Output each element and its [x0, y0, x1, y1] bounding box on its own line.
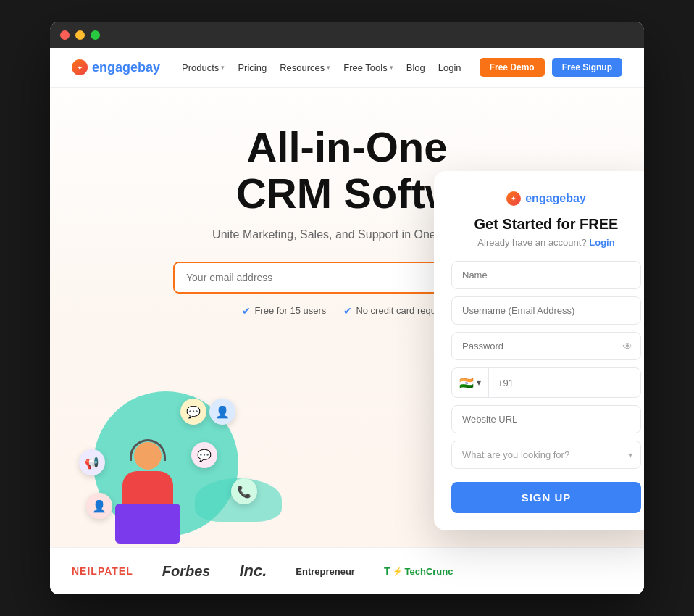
- card-logo-text: engagebay: [525, 192, 586, 205]
- logo-icon: ✦: [72, 59, 88, 75]
- looking-for-wrap: What are you looking for? ▾: [451, 441, 641, 469]
- navbar: ✦ engagebay Products ▾ Pricing Resources: [50, 48, 644, 88]
- password-field[interactable]: [451, 332, 641, 360]
- signup-button[interactable]: SIGN UP: [451, 482, 641, 513]
- nav-actions: Free Demo Free Signup: [480, 58, 622, 77]
- looking-for-select[interactable]: What are you looking for?: [451, 441, 641, 469]
- browser-window: ✦ engagebay Products ▾ Pricing Resources: [50, 22, 644, 594]
- card-subtitle: Already have an account? Login: [451, 237, 641, 248]
- brand-techcrunch: T ⚡ TechCrunc: [384, 565, 453, 577]
- card-title: Get Started for FREE: [451, 216, 641, 233]
- nav-resources[interactable]: Resources ▾: [280, 62, 330, 73]
- brands-bar: NEILPATEL Forbes Inc. Entrepreneur T ⚡ T…: [50, 547, 644, 594]
- products-chevron-icon: ▾: [221, 64, 225, 71]
- nav-products[interactable]: Products ▾: [182, 62, 225, 73]
- maximize-button[interactable]: [91, 30, 100, 40]
- brand-forbes: Forbes: [162, 563, 211, 580]
- phone-field-wrap: 🇮🇳 ▾: [451, 367, 641, 398]
- password-field-wrap: 👁: [451, 332, 641, 360]
- crm-icon: 👤: [86, 493, 112, 519]
- phone-input[interactable]: [489, 370, 640, 396]
- username-field[interactable]: [451, 296, 641, 325]
- logo[interactable]: ✦ engagebay: [72, 59, 160, 75]
- browser-content: ✦ engagebay Products ▾ Pricing Resources: [50, 48, 644, 594]
- person-headset: [130, 439, 166, 461]
- laptop: [115, 504, 180, 544]
- resources-chevron-icon: ▾: [327, 64, 330, 71]
- flag-emoji: 🇮🇳: [459, 376, 474, 390]
- check-icon-users: ✔: [242, 305, 251, 317]
- brand-entrepreneur: Entrepreneur: [296, 566, 355, 577]
- phone-icon: 📞: [231, 478, 257, 504]
- nav-pricing[interactable]: Pricing: [238, 62, 267, 73]
- hero-email-input[interactable]: [175, 263, 464, 292]
- nav-login[interactable]: Login: [438, 62, 461, 73]
- free-demo-button[interactable]: Free Demo: [480, 58, 545, 77]
- minimize-button[interactable]: [75, 30, 85, 40]
- card-logo: ✦ engagebay: [451, 191, 641, 206]
- person-head: [134, 442, 162, 470]
- bubble-icon: 💬: [191, 442, 217, 468]
- free-tools-chevron-icon: ▾: [390, 64, 393, 71]
- brand-inc: Inc.: [239, 562, 267, 580]
- person-icon: 👤: [209, 399, 235, 425]
- website-background: ✦ engagebay Products ▾ Pricing Resources: [50, 48, 644, 594]
- titlebar: [50, 22, 644, 48]
- flag-dropdown-icon: ▾: [477, 378, 481, 388]
- chat-icon: 💬: [180, 399, 206, 425]
- megaphone-icon: 📢: [79, 449, 105, 475]
- website-field[interactable]: [451, 405, 641, 433]
- logo-text: engagebay: [92, 60, 160, 75]
- person-body: [122, 471, 173, 536]
- eye-icon[interactable]: 👁: [622, 341, 632, 352]
- nav-free-tools[interactable]: Free Tools ▾: [343, 62, 393, 73]
- signup-card: ✦ engagebay Get Started for FREE Already…: [434, 171, 644, 530]
- free-signup-button[interactable]: Free Signup: [552, 58, 622, 77]
- close-button[interactable]: [60, 30, 70, 40]
- name-field[interactable]: [451, 261, 641, 289]
- phone-flag[interactable]: 🇮🇳 ▾: [452, 368, 489, 397]
- login-link[interactable]: Login: [589, 237, 614, 248]
- nav-blog[interactable]: Blog: [406, 62, 425, 73]
- hero-feature-users: ✔ Free for 15 users: [242, 305, 326, 317]
- card-logo-icon: ✦: [506, 191, 521, 206]
- illustration: 💬 👤 📢 💬 📞 👤: [64, 377, 311, 536]
- nav-links: Products ▾ Pricing Resources ▾ Free Tool…: [182, 62, 480, 73]
- check-icon-card: ✔: [343, 305, 352, 317]
- brand-neilpatel: NEILPATEL: [72, 565, 133, 577]
- person-illustration: [122, 442, 173, 536]
